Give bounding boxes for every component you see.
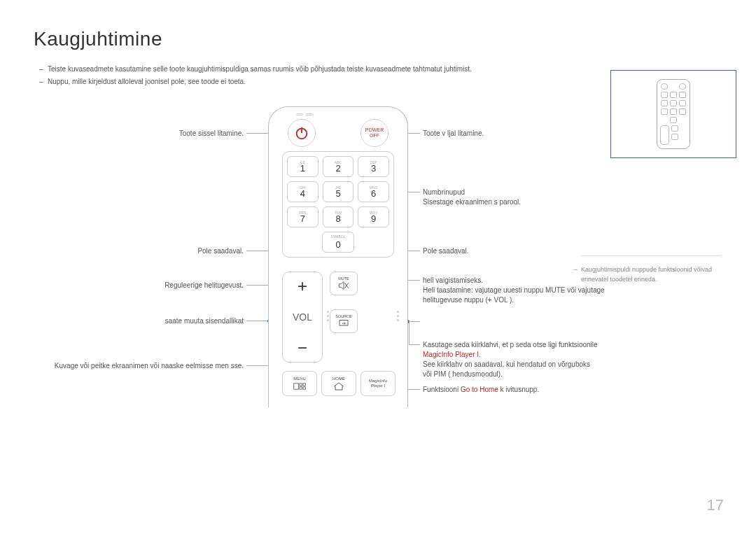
remote-illustration: POWEROFF QZ1 ABC2 DEF3 GHI4 JKL5 MNO6 PR…	[268, 106, 408, 407]
svg-rect-7	[303, 383, 305, 385]
home-button: HOME	[321, 371, 356, 396]
label-mute: heli vaigistamiseks.Heli taastamine: vaj…	[423, 276, 605, 305]
label-source: saate muuta sisendallikat	[165, 316, 244, 326]
manual-page: Kaugjuhtimine Teiste kuvaseadmete kasuta…	[0, 0, 756, 534]
key-8: TUV8	[323, 206, 354, 227]
menu-icon	[293, 381, 307, 391]
label-magicinfo: Kasutage seda kiirklahvi, et p seda otse…	[423, 340, 598, 379]
key-9: WXY9	[358, 206, 389, 227]
svg-rect-9	[303, 386, 305, 388]
source-button: SOURCE	[330, 309, 358, 333]
power-icon	[294, 125, 309, 141]
page-title: Kaugjuhtimine	[34, 28, 722, 50]
volume-down-icon: −	[298, 339, 307, 356]
label-volume: Reguleerige helitugevust.	[164, 281, 244, 290]
label-unavailable-left: Pole saadaval.	[197, 246, 244, 256]
menu-button: MENU	[282, 371, 317, 396]
volume-up-icon: +	[298, 278, 307, 295]
key-2: ABC2	[323, 156, 354, 177]
mute-button: MUTE	[330, 272, 358, 295]
mute-icon	[337, 281, 350, 290]
key-1: QZ1	[287, 156, 318, 177]
svg-rect-5	[294, 383, 299, 388]
volume-rocker: + VOL −	[282, 272, 323, 363]
power-on-button	[288, 119, 316, 147]
home-icon	[332, 381, 346, 391]
key-7: PRS7	[287, 206, 318, 227]
key-4: GHI4	[287, 181, 318, 202]
side-note: – Kaugjuhtimispuldi nuppude funktsioonid…	[581, 255, 714, 284]
power-off-button: POWEROFF	[360, 119, 388, 147]
source-icon	[337, 318, 350, 328]
page-number: 17	[707, 496, 724, 514]
svg-rect-6	[300, 383, 302, 385]
magicinfo-button: MagicInfoPlayer I	[360, 371, 396, 396]
label-power-on: Toote sissel litamine.	[179, 129, 244, 139]
key-5: JKL5	[323, 181, 354, 202]
label-menu: Kuvage või peitke ekraanimen või naaske …	[55, 360, 244, 371]
label-home: Funktsiooni Go to Home k ivitusnupp.	[423, 385, 539, 395]
label-power-off: Toote v ljal litamine.	[423, 129, 484, 139]
key-0: SYMBOL0	[322, 232, 354, 253]
label-unavailable-right: Pole saadaval.	[423, 246, 469, 256]
label-number-buttons: NumbrinupudSisestage ekraanimen s parool…	[423, 188, 521, 207]
key-6: MNO6	[358, 181, 389, 202]
number-keypad: QZ1 ABC2 DEF3 GHI4 JKL5 MNO6 PRS7 TUV8 W…	[282, 151, 394, 258]
svg-rect-8	[300, 386, 302, 388]
key-3: DEF3	[358, 156, 389, 177]
svg-rect-4	[340, 321, 348, 326]
